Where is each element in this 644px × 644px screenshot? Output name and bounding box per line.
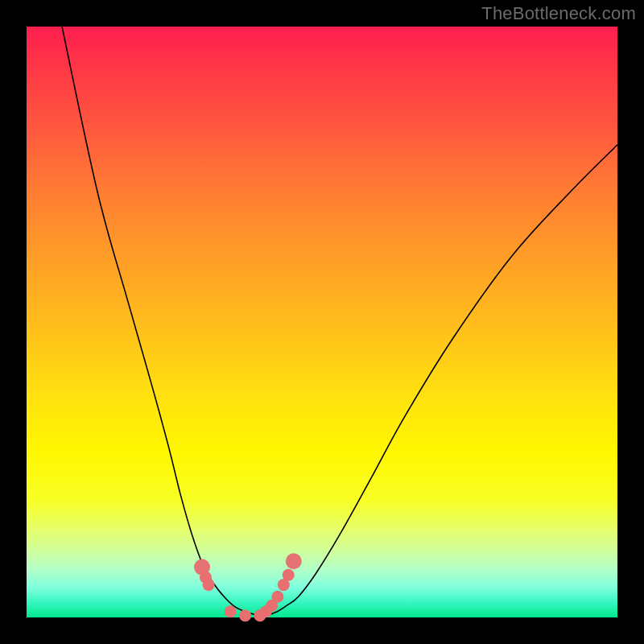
plot-area <box>27 27 617 617</box>
curve-marker <box>203 579 215 591</box>
curve-marker <box>239 609 251 621</box>
watermark-text: TheBottleneck.com <box>481 3 636 24</box>
plot-svg <box>27 27 617 617</box>
markers-group <box>194 553 302 621</box>
curve-marker <box>283 569 295 581</box>
curve-marker <box>286 553 302 569</box>
chart-frame: TheBottleneck.com <box>0 0 644 644</box>
curve-marker <box>225 605 237 617</box>
bottleneck-curve <box>62 27 617 616</box>
curve-marker <box>271 591 283 603</box>
